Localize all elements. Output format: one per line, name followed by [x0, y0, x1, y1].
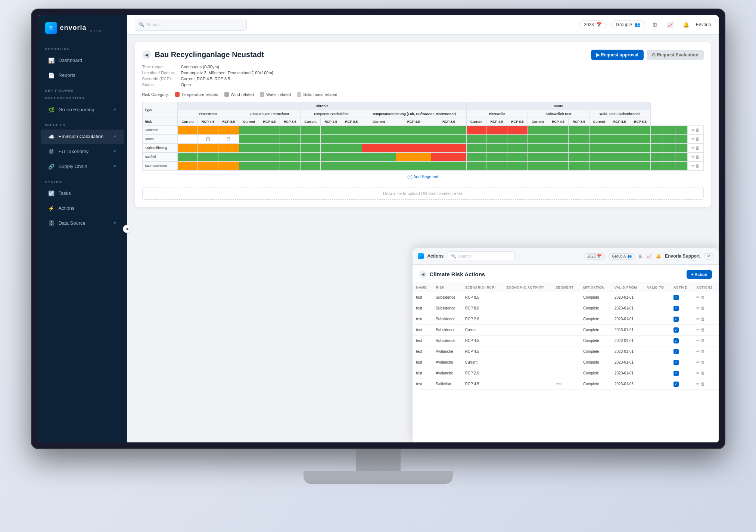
table-cell[interactable]: [589, 152, 609, 161]
table-cell[interactable]: [651, 134, 663, 143]
checkbox-checked[interactable]: ✓: [673, 338, 679, 343]
checkbox-checked[interactable]: ✓: [673, 360, 679, 365]
table-cell[interactable]: [569, 161, 589, 170]
panel-search-input[interactable]: 🔍 Search: [448, 251, 515, 261]
table-cell[interactable]: [466, 161, 486, 170]
table-cell[interactable]: [675, 143, 688, 152]
table-cell[interactable]: [663, 152, 675, 161]
sidebar-item-tasks[interactable]: ☑️ Tasks: [41, 186, 124, 200]
table-cell[interactable]: [431, 152, 466, 161]
table-cell[interactable]: [280, 134, 300, 143]
table-cell[interactable]: [569, 143, 589, 152]
table-cell[interactable]: [218, 152, 239, 161]
panel-close-button[interactable]: ✕: [704, 253, 713, 259]
table-cell[interactable]: [548, 152, 568, 161]
table-cell[interactable]: [396, 143, 431, 152]
table-cell[interactable]: [528, 143, 548, 152]
request-approval-button[interactable]: ▶ Request approval: [591, 50, 644, 60]
table-cell[interactable]: [320, 152, 341, 161]
table-cell[interactable]: [675, 161, 688, 170]
back-button[interactable]: ◀: [142, 50, 151, 59]
delete-icon[interactable]: 🗑: [701, 338, 705, 343]
table-cell[interactable]: [178, 134, 198, 143]
panel-grid-icon[interactable]: ⊞: [639, 253, 643, 259]
panel-group-selector[interactable]: Group A 👥: [609, 253, 635, 259]
table-cell[interactable]: [239, 152, 259, 161]
edit-icon[interactable]: ✏: [691, 128, 695, 132]
checkbox-checked[interactable]: ✓: [673, 349, 679, 354]
edit-icon[interactable]: ✏: [691, 164, 695, 168]
table-cell[interactable]: [320, 134, 341, 143]
table-cell[interactable]: [528, 134, 548, 143]
table-cell[interactable]: [280, 143, 300, 152]
table-cell[interactable]: [675, 152, 688, 161]
add-segment-button[interactable]: (+) Add Segment: [142, 171, 704, 183]
table-cell[interactable]: [548, 143, 568, 152]
panel-chart-icon[interactable]: 📈: [646, 253, 652, 259]
table-cell[interactable]: [301, 125, 321, 134]
table-cell[interactable]: [651, 143, 663, 152]
checkbox-checked[interactable]: ✓: [673, 306, 679, 311]
panel-notification-icon[interactable]: 🔔: [656, 253, 661, 259]
table-cell[interactable]: [609, 161, 630, 170]
table-cell[interactable]: [466, 125, 486, 134]
table-cell[interactable]: [362, 152, 396, 161]
delete-icon[interactable]: 🗑: [696, 155, 700, 159]
table-cell[interactable]: [466, 143, 486, 152]
table-cell[interactable]: [259, 134, 280, 143]
table-cell[interactable]: [178, 161, 198, 170]
delete-icon[interactable]: 🗑: [696, 137, 700, 141]
table-cell[interactable]: [630, 161, 650, 170]
table-cell[interactable]: [178, 125, 198, 134]
table-cell[interactable]: [507, 143, 528, 152]
checkbox-checked[interactable]: ✓: [673, 371, 679, 376]
sidebar-item-eu-taxonomy[interactable]: 🏛 EU Taxonomy ▼: [41, 144, 124, 159]
edit-icon[interactable]: ✏: [696, 295, 700, 299]
delete-icon[interactable]: 🗑: [701, 327, 705, 332]
table-cell[interactable]: [675, 134, 688, 143]
table-cell[interactable]: [569, 134, 589, 143]
table-cell[interactable]: [362, 125, 396, 134]
table-cell[interactable]: [320, 125, 341, 134]
table-cell[interactable]: [239, 143, 259, 152]
table-cell[interactable]: [630, 143, 650, 152]
search-bar[interactable]: 🔍 Search...: [135, 19, 247, 31]
edit-icon[interactable]: ✏: [696, 349, 700, 354]
table-cell[interactable]: [341, 134, 362, 143]
sidebar-item-dashboard[interactable]: 📊 Dashboard: [41, 53, 124, 68]
panel-back-button[interactable]: ◀: [419, 271, 427, 278]
delete-icon[interactable]: 🗑: [696, 128, 700, 132]
table-cell[interactable]: [507, 125, 528, 134]
table-cell[interactable]: [341, 152, 362, 161]
table-cell[interactable]: [362, 143, 396, 152]
delete-icon[interactable]: 🗑: [701, 317, 705, 321]
checkbox-checked[interactable]: ✓: [673, 295, 679, 300]
table-cell[interactable]: [589, 143, 609, 152]
table-cell[interactable]: [466, 134, 486, 143]
table-cell[interactable]: [507, 161, 528, 170]
sidebar-item-data-source[interactable]: 🗄️ Data Source ▼: [41, 216, 124, 230]
request-evaluation-button[interactable]: ⊙ Request Evaluation: [647, 50, 704, 60]
edit-icon[interactable]: ✏: [696, 382, 700, 386]
notification-icon[interactable]: 🔔: [681, 19, 691, 30]
table-cell[interactable]: [218, 125, 239, 134]
table-cell[interactable]: [630, 134, 650, 143]
table-cell[interactable]: [486, 152, 507, 161]
table-cell[interactable]: [548, 125, 568, 134]
table-cell[interactable]: [301, 161, 321, 170]
table-cell[interactable]: [486, 161, 507, 170]
table-cell[interactable]: [663, 125, 675, 134]
table-cell[interactable]: [197, 125, 218, 134]
table-cell[interactable]: [569, 152, 589, 161]
table-cell[interactable]: [301, 143, 321, 152]
table-cell[interactable]: [548, 134, 568, 143]
table-cell[interactable]: [320, 161, 341, 170]
edit-icon[interactable]: ✏: [691, 146, 695, 150]
table-cell[interactable]: [320, 143, 341, 152]
table-cell[interactable]: [548, 161, 568, 170]
drop-zone[interactable]: Drop a file to upload OR click to select…: [142, 187, 704, 200]
table-cell[interactable]: [630, 152, 650, 161]
sidebar-item-actions[interactable]: ⚡ Actions: [41, 201, 124, 215]
edit-icon[interactable]: ✏: [696, 338, 700, 343]
table-cell[interactable]: [507, 152, 528, 161]
